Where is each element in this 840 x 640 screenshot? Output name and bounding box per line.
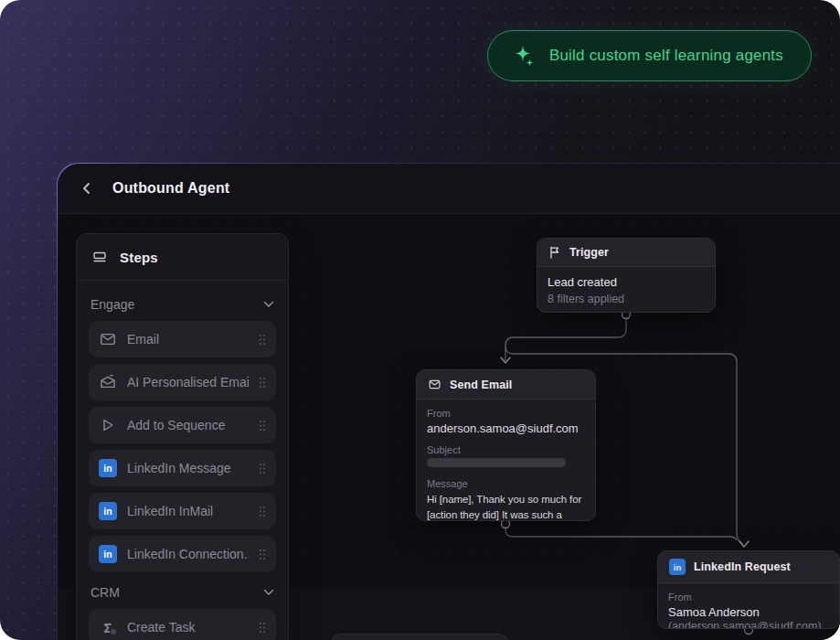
app-window: Build custom self learning agents Outbou… <box>0 0 840 640</box>
step-item-create-task[interactable]: Σ Create Task <box>89 609 276 640</box>
from-label: From <box>668 592 829 603</box>
section-label: CRM <box>90 585 120 600</box>
linkedin-icon: in <box>99 545 117 563</box>
arrow-into-send-email <box>501 357 510 363</box>
section-label: Engage <box>90 297 134 312</box>
step-item-email[interactable]: Email <box>89 321 276 357</box>
step-item-label: Email <box>127 332 249 347</box>
steps-title: Steps <box>120 250 158 265</box>
linkedin-icon: in <box>99 502 117 520</box>
subject-label: Subject <box>427 444 585 455</box>
trigger-event: Lead created <box>548 275 705 289</box>
steps-icon <box>91 249 108 265</box>
linkedin-request-node-header: in LinkedIn Request <box>658 551 839 583</box>
subject-placeholder-bar[interactable] <box>427 458 566 467</box>
connector-trigger-to-email <box>505 318 626 361</box>
step-item-label: LinkedIn InMail <box>127 504 249 518</box>
send-email-node-header: Send Email <box>417 370 595 400</box>
trigger-node[interactable]: Trigger Lead created 8 filters applied <box>537 238 716 313</box>
step-item-ai-personalised-email[interactable]: AI Personalised Email <box>89 364 276 400</box>
main-panel: Outbound Agent <box>57 163 840 640</box>
panel-header: Outbound Agent <box>58 164 840 214</box>
linkedin-request-node-title: LinkedIn Request <box>694 560 791 573</box>
send-email-node-title: Send Email <box>450 379 512 391</box>
flag-icon <box>548 246 561 259</box>
flow-canvas[interactable]: Steps Engage <box>58 214 840 589</box>
linkedin-icon: in <box>99 459 117 477</box>
message-preview: Hi [name], Thank you so much for [action… <box>427 492 585 521</box>
step-item-label: Create Task <box>127 620 249 635</box>
steps-panel: Steps Engage <box>76 233 289 640</box>
from-email: (anderson.samoa@siudf.com) <box>668 620 829 629</box>
from-label: From <box>427 408 585 419</box>
ai-envelope-icon <box>99 373 117 391</box>
step-item-label: AI Personalised Email <box>127 375 249 389</box>
play-icon <box>99 416 117 434</box>
chevron-left-icon <box>80 181 94 196</box>
step-item-linkedin-inmail[interactable]: in LinkedIn InMail <box>89 493 276 529</box>
step-item-linkedin-connection[interactable]: in LinkedIn Connection... <box>89 536 276 572</box>
task-check-dot <box>110 628 117 635</box>
drag-handle-icon[interactable] <box>259 334 266 346</box>
linkedin-request-node[interactable]: in LinkedIn Request From Samoa Anderson … <box>657 550 840 629</box>
bottom-toolbar-peek[interactable] <box>330 634 509 640</box>
arrow-into-linkedin-request <box>739 541 749 547</box>
section-crm[interactable]: CRM <box>89 580 276 609</box>
connector-email-to-linkedin <box>505 528 737 540</box>
envelope-icon <box>99 330 117 348</box>
drag-handle-icon[interactable] <box>259 506 266 517</box>
trigger-filters: 8 filters applied <box>548 293 705 305</box>
task-icon: Σ <box>99 618 117 636</box>
trigger-node-header: Trigger <box>537 239 715 267</box>
drag-handle-icon[interactable] <box>259 622 266 634</box>
back-button[interactable] <box>80 181 94 196</box>
linkedin-icon: in <box>669 559 686 575</box>
page-title: Outbound Agent <box>112 180 229 197</box>
section-engage[interactable]: Engage <box>89 292 276 321</box>
message-label: Message <box>427 478 585 489</box>
steps-panel-header: Steps <box>77 234 288 281</box>
step-item-linkedin-message[interactable]: in LinkedIn Message <box>89 450 276 486</box>
drag-handle-icon[interactable] <box>259 377 266 389</box>
banner-label: Build custom self learning agents <box>549 47 783 65</box>
from-name: Samoa Anderson <box>668 605 829 619</box>
drag-handle-icon[interactable] <box>259 549 266 560</box>
trigger-node-title: Trigger <box>569 246 609 259</box>
step-item-label: LinkedIn Message <box>127 461 249 475</box>
send-email-node[interactable]: Send Email From anderson.samoa@siudf.com… <box>416 369 596 521</box>
envelope-icon <box>428 378 441 391</box>
drag-handle-icon[interactable] <box>259 463 266 475</box>
step-item-label: Add to Sequence <box>127 418 249 432</box>
chevron-down-icon <box>263 589 274 596</box>
step-item-add-to-sequence[interactable]: Add to Sequence <box>89 407 276 443</box>
drag-handle-icon[interactable] <box>259 420 266 432</box>
chevron-down-icon <box>263 301 274 308</box>
sparkles-icon <box>512 44 537 69</box>
build-agents-banner[interactable]: Build custom self learning agents <box>487 30 812 81</box>
step-item-label: LinkedIn Connection... <box>127 547 249 561</box>
from-value: anderson.samoa@siudf.com <box>427 421 585 435</box>
